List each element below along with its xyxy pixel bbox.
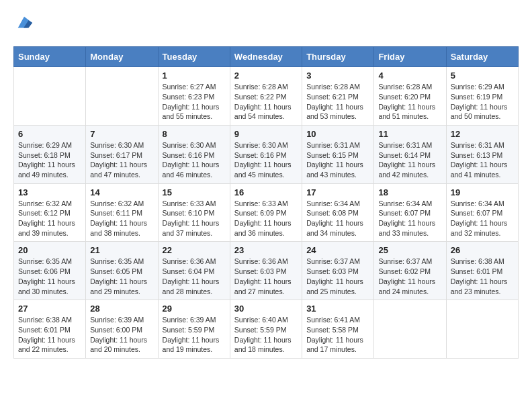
- day-number: 8: [163, 129, 226, 139]
- day-number: 1: [163, 71, 226, 81]
- calendar-day-cell: 5Sunrise: 6:29 AM Sunset: 6:19 PM Daylig…: [446, 67, 518, 126]
- day-info: Sunrise: 6:41 AM Sunset: 5:58 PM Dayligh…: [306, 315, 369, 355]
- logo-icon: [15, 13, 34, 32]
- calendar-week-row: 6Sunrise: 6:29 AM Sunset: 6:18 PM Daylig…: [14, 125, 519, 183]
- day-info: Sunrise: 6:30 AM Sunset: 6:16 PM Dayligh…: [234, 140, 298, 180]
- day-number: 16: [234, 187, 298, 197]
- logo: [13, 13, 34, 36]
- day-number: 22: [163, 245, 226, 255]
- calendar-day-cell: 29Sunrise: 6:39 AM Sunset: 5:59 PM Dayli…: [158, 300, 230, 359]
- calendar-day-cell: 25Sunrise: 6:37 AM Sunset: 6:02 PM Dayli…: [374, 242, 446, 300]
- calendar-day-cell: 27Sunrise: 6:38 AM Sunset: 6:01 PM Dayli…: [14, 300, 86, 359]
- day-number: 7: [90, 129, 153, 139]
- calendar-day-cell: 1Sunrise: 6:27 AM Sunset: 6:23 PM Daylig…: [158, 67, 230, 126]
- day-number: 20: [18, 245, 81, 255]
- calendar-day-cell: 10Sunrise: 6:31 AM Sunset: 6:15 PM Dayli…: [302, 125, 374, 183]
- day-number: 6: [18, 129, 81, 139]
- day-info: Sunrise: 6:34 AM Sunset: 6:08 PM Dayligh…: [306, 199, 369, 238]
- day-info: Sunrise: 6:33 AM Sunset: 6:10 PM Dayligh…: [163, 199, 226, 238]
- day-info: Sunrise: 6:32 AM Sunset: 6:12 PM Dayligh…: [18, 199, 81, 238]
- day-number: 15: [163, 187, 226, 197]
- day-info: Sunrise: 6:37 AM Sunset: 6:02 PM Dayligh…: [378, 257, 441, 296]
- day-number: 9: [234, 129, 298, 139]
- day-number: 3: [306, 71, 369, 81]
- calendar-day-cell: 16Sunrise: 6:33 AM Sunset: 6:09 PM Dayli…: [230, 183, 302, 242]
- calendar-day-cell: 12Sunrise: 6:31 AM Sunset: 6:13 PM Dayli…: [446, 125, 518, 183]
- calendar-day-cell: 24Sunrise: 6:37 AM Sunset: 6:03 PM Dayli…: [302, 242, 374, 300]
- day-info: Sunrise: 6:34 AM Sunset: 6:07 PM Dayligh…: [378, 199, 441, 238]
- calendar-day-cell: 22Sunrise: 6:36 AM Sunset: 6:04 PM Dayli…: [158, 242, 230, 300]
- day-info: Sunrise: 6:31 AM Sunset: 6:14 PM Dayligh…: [378, 140, 441, 180]
- day-info: Sunrise: 6:32 AM Sunset: 6:11 PM Dayligh…: [90, 199, 153, 238]
- day-info: Sunrise: 6:28 AM Sunset: 6:21 PM Dayligh…: [306, 82, 369, 122]
- day-number: 12: [451, 129, 514, 139]
- day-info: Sunrise: 6:28 AM Sunset: 6:20 PM Dayligh…: [378, 82, 441, 122]
- day-number: 10: [306, 129, 369, 139]
- day-info: Sunrise: 6:29 AM Sunset: 6:18 PM Dayligh…: [18, 140, 81, 180]
- day-info: Sunrise: 6:31 AM Sunset: 6:15 PM Dayligh…: [306, 140, 369, 180]
- calendar-day-cell: 20Sunrise: 6:35 AM Sunset: 6:06 PM Dayli…: [14, 242, 86, 300]
- calendar-day-cell: 14Sunrise: 6:32 AM Sunset: 6:11 PM Dayli…: [86, 183, 158, 242]
- calendar-day-cell: [86, 67, 158, 126]
- day-number: 31: [306, 304, 369, 314]
- calendar-day-cell: 11Sunrise: 6:31 AM Sunset: 6:14 PM Dayli…: [374, 125, 446, 183]
- day-number: 28: [90, 304, 153, 314]
- day-info: Sunrise: 6:27 AM Sunset: 6:23 PM Dayligh…: [163, 82, 226, 122]
- day-number: 23: [234, 245, 298, 255]
- day-info: Sunrise: 6:39 AM Sunset: 6:00 PM Dayligh…: [90, 315, 153, 355]
- day-info: Sunrise: 6:30 AM Sunset: 6:17 PM Dayligh…: [90, 140, 153, 180]
- day-info: Sunrise: 6:28 AM Sunset: 6:22 PM Dayligh…: [234, 82, 298, 122]
- calendar-day-cell: [14, 67, 86, 126]
- calendar-day-cell: 21Sunrise: 6:35 AM Sunset: 6:05 PM Dayli…: [86, 242, 158, 300]
- calendar-day-cell: 19Sunrise: 6:34 AM Sunset: 6:07 PM Dayli…: [446, 183, 518, 242]
- day-number: 11: [378, 129, 441, 139]
- calendar-day-cell: 18Sunrise: 6:34 AM Sunset: 6:07 PM Dayli…: [374, 183, 446, 242]
- weekday-header: Friday: [374, 47, 446, 67]
- day-number: 21: [90, 245, 153, 255]
- calendar-day-cell: [374, 300, 446, 359]
- calendar-day-cell: 15Sunrise: 6:33 AM Sunset: 6:10 PM Dayli…: [158, 183, 230, 242]
- logo-text: [13, 13, 34, 36]
- day-number: 18: [378, 187, 441, 197]
- calendar-day-cell: 3Sunrise: 6:28 AM Sunset: 6:21 PM Daylig…: [302, 67, 374, 126]
- day-number: 2: [234, 71, 298, 81]
- calendar-week-row: 27Sunrise: 6:38 AM Sunset: 6:01 PM Dayli…: [14, 300, 519, 359]
- weekday-header: Wednesday: [230, 47, 302, 67]
- day-info: Sunrise: 6:34 AM Sunset: 6:07 PM Dayligh…: [451, 199, 514, 238]
- day-number: 30: [234, 304, 298, 314]
- day-number: 29: [163, 304, 226, 314]
- calendar-week-row: 1Sunrise: 6:27 AM Sunset: 6:23 PM Daylig…: [14, 67, 519, 126]
- day-number: 4: [378, 71, 441, 81]
- day-number: 19: [451, 187, 514, 197]
- calendar-day-cell: 26Sunrise: 6:38 AM Sunset: 6:01 PM Dayli…: [446, 242, 518, 300]
- calendar-day-cell: 6Sunrise: 6:29 AM Sunset: 6:18 PM Daylig…: [14, 125, 86, 183]
- calendar-day-cell: 7Sunrise: 6:30 AM Sunset: 6:17 PM Daylig…: [86, 125, 158, 183]
- day-info: Sunrise: 6:36 AM Sunset: 6:03 PM Dayligh…: [234, 257, 298, 296]
- calendar-day-cell: 30Sunrise: 6:40 AM Sunset: 5:59 PM Dayli…: [230, 300, 302, 359]
- page-header: [13, 13, 519, 36]
- day-info: Sunrise: 6:35 AM Sunset: 6:05 PM Dayligh…: [90, 257, 153, 296]
- calendar-table: SundayMondayTuesdayWednesdayThursdayFrid…: [13, 46, 519, 359]
- day-number: 25: [378, 245, 441, 255]
- day-number: 17: [306, 187, 369, 197]
- day-info: Sunrise: 6:36 AM Sunset: 6:04 PM Dayligh…: [163, 257, 226, 296]
- day-info: Sunrise: 6:35 AM Sunset: 6:06 PM Dayligh…: [18, 257, 81, 296]
- day-number: 13: [18, 187, 81, 197]
- calendar-day-cell: 23Sunrise: 6:36 AM Sunset: 6:03 PM Dayli…: [230, 242, 302, 300]
- day-info: Sunrise: 6:38 AM Sunset: 6:01 PM Dayligh…: [18, 315, 81, 355]
- calendar-day-cell: 8Sunrise: 6:30 AM Sunset: 6:16 PM Daylig…: [158, 125, 230, 183]
- calendar-day-cell: 17Sunrise: 6:34 AM Sunset: 6:08 PM Dayli…: [302, 183, 374, 242]
- weekday-header: Monday: [86, 47, 158, 67]
- calendar-day-cell: 2Sunrise: 6:28 AM Sunset: 6:22 PM Daylig…: [230, 67, 302, 126]
- day-info: Sunrise: 6:38 AM Sunset: 6:01 PM Dayligh…: [451, 257, 514, 296]
- day-info: Sunrise: 6:39 AM Sunset: 5:59 PM Dayligh…: [163, 315, 226, 355]
- day-number: 27: [18, 304, 81, 314]
- day-info: Sunrise: 6:29 AM Sunset: 6:19 PM Dayligh…: [451, 82, 514, 122]
- day-info: Sunrise: 6:31 AM Sunset: 6:13 PM Dayligh…: [451, 140, 514, 180]
- day-number: 5: [451, 71, 514, 81]
- day-number: 26: [451, 245, 514, 255]
- day-info: Sunrise: 6:37 AM Sunset: 6:03 PM Dayligh…: [306, 257, 369, 296]
- calendar-day-cell: 9Sunrise: 6:30 AM Sunset: 6:16 PM Daylig…: [230, 125, 302, 183]
- day-number: 24: [306, 245, 369, 255]
- calendar-week-row: 13Sunrise: 6:32 AM Sunset: 6:12 PM Dayli…: [14, 183, 519, 242]
